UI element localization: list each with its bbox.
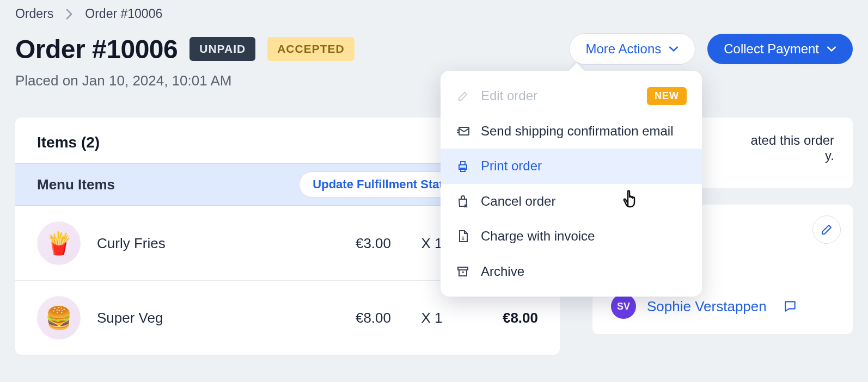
archive-icon	[456, 266, 470, 277]
collect-payment-label: Collect Payment	[724, 41, 819, 57]
svg-rect-2	[461, 162, 465, 165]
avatar: SV	[611, 294, 636, 319]
item-price: €3.00	[326, 235, 391, 252]
mail-send-icon	[456, 126, 470, 137]
menu-charge-invoice[interactable]: $ Charge with invoice	[441, 219, 702, 254]
menu-send-shipping-email-label: Send shipping confirmation email	[481, 122, 687, 140]
more-actions-button[interactable]: More Actions	[569, 33, 696, 65]
invoice-icon: $	[456, 230, 470, 243]
note-text-line2: y.	[825, 148, 834, 163]
more-actions-label: More Actions	[586, 41, 662, 57]
order-placed-date: Placed on Jan 10, 2024, 10:01 AM	[15, 72, 853, 89]
menu-print-order-label: Print order	[481, 157, 687, 175]
item-name: Super Veg	[97, 310, 309, 326]
breadcrumb: Orders Order #10006	[15, 7, 853, 21]
menu-cancel-order[interactable]: Cancel order	[441, 184, 702, 219]
menu-archive[interactable]: Archive	[441, 254, 702, 289]
svg-text:$: $	[461, 236, 464, 241]
bag-cancel-icon	[456, 195, 470, 208]
printer-icon	[456, 161, 470, 172]
more-actions-menu: Edit order NEW Send shipping confirmatio…	[441, 71, 702, 297]
collect-payment-button[interactable]: Collect Payment	[707, 34, 853, 64]
chevron-right-icon	[65, 8, 73, 20]
page-title: Order #10006	[15, 34, 178, 64]
chat-icon[interactable]	[783, 299, 797, 313]
breadcrumb-current: Order #10006	[85, 7, 162, 21]
menu-edit-order[interactable]: Edit order NEW	[441, 78, 702, 114]
item-thumbnail: 🍟	[37, 221, 81, 265]
item-price: €8.00	[326, 310, 391, 326]
breadcrumb-root[interactable]: Orders	[15, 7, 53, 21]
menu-print-order[interactable]: Print order	[441, 149, 702, 183]
chevron-down-icon	[669, 44, 678, 54]
menu-charge-invoice-label: Charge with invoice	[481, 227, 687, 245]
note-text-line1: ated this order	[751, 133, 834, 147]
chevron-down-icon	[827, 44, 836, 54]
contact-name-link[interactable]: Sophie Verstappen	[647, 298, 767, 315]
menu-edit-order-label: Edit order	[481, 87, 636, 104]
menu-archive-label: Archive	[481, 263, 687, 280]
edit-contact-button[interactable]	[812, 215, 841, 244]
item-total: €8.00	[473, 310, 538, 326]
pencil-icon	[820, 223, 833, 236]
status-badge-unpaid: UNPAID	[190, 37, 255, 61]
status-badge-accepted: ACCEPTED	[267, 37, 354, 61]
item-qty: X 1	[407, 310, 456, 326]
section-title-menu-items: Menu Items	[37, 176, 289, 193]
svg-rect-5	[458, 267, 468, 270]
edit-icon	[456, 90, 470, 102]
menu-send-shipping-email[interactable]: Send shipping confirmation email	[441, 114, 702, 149]
menu-cancel-order-label: Cancel order	[481, 193, 687, 210]
item-name: Curly Fries	[97, 235, 309, 252]
item-thumbnail: 🍔	[37, 296, 81, 340]
new-badge: NEW	[647, 87, 687, 105]
